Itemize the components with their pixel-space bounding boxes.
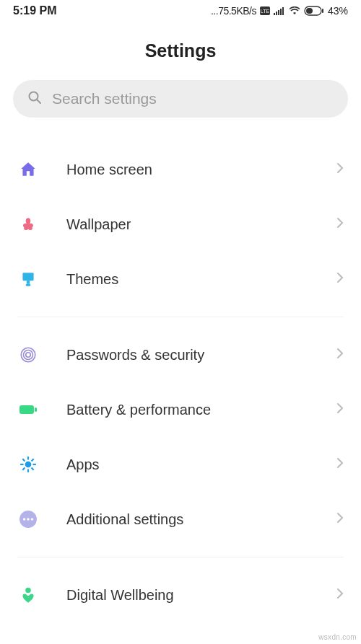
settings-item-passwords-security[interactable]: Passwords & security: [0, 327, 361, 382]
svg-rect-12: [22, 273, 33, 281]
chevron-right-icon: [336, 457, 344, 472]
svg-rect-25: [31, 459, 35, 462]
flower-icon: [17, 213, 39, 235]
chevron-right-icon: [336, 217, 344, 231]
battery-icon: [304, 6, 324, 16]
watermark: wsxdn.com: [318, 633, 357, 641]
svg-point-20: [25, 462, 32, 468]
divider: [17, 557, 344, 557]
settings-item-wallpaper[interactable]: Wallpaper: [0, 197, 361, 252]
battery-icon: [17, 399, 39, 420]
status-right: ...75.5KB/s LTE 43%: [211, 5, 348, 17]
settings-item-label: Passwords & security: [66, 347, 336, 363]
svg-rect-5: [280, 9, 282, 15]
svg-rect-6: [282, 7, 284, 15]
search-icon: [27, 90, 42, 107]
svg-rect-3: [276, 12, 277, 15]
svg-rect-23: [20, 464, 23, 465]
svg-rect-9: [322, 9, 323, 13]
chevron-right-icon: [336, 348, 344, 362]
divider: [17, 317, 344, 317]
search-input[interactable]: Search settings: [13, 80, 348, 118]
brush-icon: [17, 268, 39, 290]
svg-rect-21: [27, 456, 29, 459]
settings-item-label: Digital Wellbeing: [66, 587, 336, 604]
svg-rect-18: [19, 405, 34, 414]
svg-rect-27: [22, 459, 26, 462]
home-icon: [17, 159, 39, 180]
svg-rect-2: [274, 13, 275, 15]
page-title: Settings: [0, 40, 361, 61]
svg-line-11: [38, 100, 41, 104]
status-net-speed: ...75.5KB/s: [211, 5, 256, 17]
svg-point-33: [25, 588, 31, 594]
settings-item-battery-performance[interactable]: Battery & performance: [0, 382, 361, 437]
settings-item-label: Wallpaper: [66, 216, 336, 233]
gear-icon: [17, 454, 39, 475]
svg-point-17: [26, 353, 31, 358]
wifi-icon: [289, 6, 300, 15]
chevron-right-icon: [336, 588, 344, 602]
svg-point-16: [24, 350, 33, 360]
svg-rect-8: [306, 8, 313, 14]
svg-text:LTE: LTE: [261, 9, 270, 14]
heart-person-icon: [17, 584, 39, 606]
settings-item-home-screen[interactable]: Home screen: [0, 142, 361, 197]
settings-item-apps[interactable]: Apps: [0, 437, 361, 492]
svg-rect-28: [31, 467, 35, 471]
settings-item-label: Home screen: [66, 162, 336, 178]
svg-rect-4: [278, 10, 279, 15]
volte-icon: LTE: [260, 6, 270, 15]
settings-item-additional-settings[interactable]: Additional settings: [0, 492, 361, 547]
svg-point-31: [27, 518, 29, 520]
signal-icon: [274, 6, 285, 15]
svg-point-10: [30, 92, 38, 101]
status-time: 5:19 PM: [13, 4, 56, 17]
svg-rect-24: [33, 464, 36, 465]
svg-rect-19: [35, 407, 37, 412]
settings-item-label: Additional settings: [66, 511, 336, 528]
more-icon: [17, 508, 39, 530]
chevron-right-icon: [336, 402, 344, 417]
svg-point-30: [23, 518, 25, 520]
chevron-right-icon: [336, 162, 344, 177]
settings-item-themes[interactable]: Themes: [0, 252, 361, 306]
fingerprint-icon: [17, 344, 39, 366]
chevron-right-icon: [336, 272, 344, 286]
search-placeholder: Search settings: [52, 90, 157, 107]
svg-point-32: [31, 518, 33, 520]
svg-rect-13: [27, 281, 30, 283]
svg-rect-26: [22, 467, 26, 471]
settings-item-label: Apps: [66, 456, 336, 473]
settings-item-label: Battery & performance: [66, 402, 336, 418]
svg-rect-14: [26, 284, 31, 286]
settings-item-digital-wellbeing[interactable]: Digital Wellbeing: [0, 568, 361, 622]
settings-item-label: Themes: [66, 271, 336, 288]
status-bar: 5:19 PM ...75.5KB/s LTE 43%: [0, 0, 361, 20]
status-battery-pct: 43%: [328, 5, 348, 17]
svg-rect-22: [27, 469, 29, 472]
chevron-right-icon: [336, 512, 344, 526]
